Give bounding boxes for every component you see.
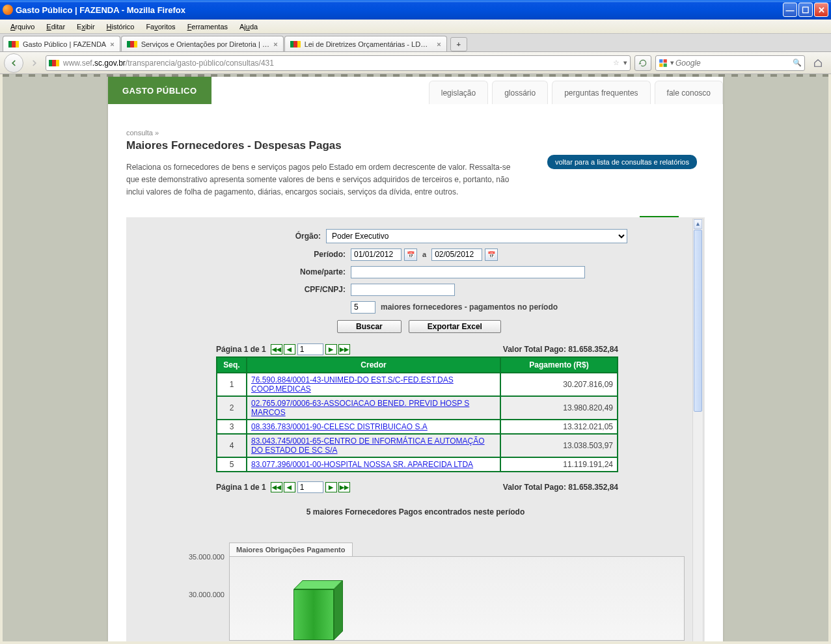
back-to-list-button[interactable]: voltar para a lista de consultas e relat… (547, 155, 697, 169)
credor-link[interactable]: 02.765.097/0006-63-ASSOCIACAO BENED. PRE… (251, 399, 469, 417)
panel-scrollbar[interactable]: ▲ ▼ (692, 219, 703, 641)
date-to-input[interactable] (431, 248, 482, 261)
chart-y-axis: 35.000.000 30.000.000 (179, 553, 225, 628)
menu-ferramentas[interactable]: Ferramentas (182, 21, 233, 32)
menu-historico[interactable]: Histórico (102, 21, 140, 32)
tab-close-icon[interactable]: × (273, 40, 277, 48)
cell-seq: 3 (217, 420, 247, 434)
exportar-excel-button[interactable]: Exportar Excel (409, 320, 501, 333)
search-box[interactable]: ▾ 🔍 (655, 55, 805, 71)
reload-button[interactable] (634, 55, 651, 71)
pager-last-button[interactable]: ▶▶ (338, 482, 350, 492)
tab-label: Lei de Diretrizes Orçamentárias - LDO | … (305, 40, 433, 48)
page-title: Maiores Fornecedores - Despesas Pagas (126, 139, 705, 152)
window-titlebar: Gasto Público | FAZENDA - Mozilla Firefo… (0, 0, 831, 20)
menu-arquivo[interactable]: AArquivorquivo (5, 21, 40, 32)
window-minimize-button[interactable]: — (783, 3, 797, 17)
menu-favoritos[interactable]: Favoritos (141, 21, 180, 32)
credor-link[interactable]: 08.336.783/0001-90-CELESC DISTRIBUICAO S… (251, 422, 428, 431)
svg-rect-0 (659, 59, 662, 62)
nav-fale-conosco[interactable]: fale conosco (655, 81, 723, 104)
browser-nav-toolbar: www.sef.sc.gov.br/transparencia/gasto-pú… (0, 52, 831, 74)
cpf-input[interactable] (351, 284, 455, 296)
pager-bottom: Página 1 de 1 ◀◀ ◀ ▶ ▶▶ Valor Total Pago… (216, 481, 618, 493)
cell-pagamento: 11.119.191,24 (500, 457, 618, 472)
url-text: www.sef.sc.gov.br/transparencia/gasto-pú… (63, 59, 610, 68)
scroll-thumb[interactable] (694, 230, 702, 412)
nav-legislacao[interactable]: legislação (429, 81, 488, 104)
y-tick-label: 35.000.000 (179, 553, 225, 591)
forward-button[interactable] (27, 56, 42, 70)
pager-prev-button[interactable]: ◀ (284, 482, 295, 492)
nav-perguntas[interactable]: perguntas frequentes (552, 81, 650, 104)
pager-next-button[interactable]: ▶ (325, 344, 337, 355)
results-table: Seq. Credor Pagamento (R$) 1 76.590.884/… (216, 356, 618, 472)
favicon-icon (127, 41, 137, 47)
th-pagamento: Pagamento (R$) (500, 357, 618, 373)
bookmark-star-icon[interactable]: ☆ (613, 59, 620, 67)
window-maximize-button[interactable]: ☐ (798, 3, 813, 17)
th-seq: Seq. (217, 357, 247, 373)
credor-link[interactable]: 76.590.884/0001-43-UNIMED-DO EST.S/C-FED… (251, 375, 454, 394)
pager-label: Página 1 de 1 (216, 345, 266, 354)
back-button[interactable] (4, 53, 23, 73)
period-separator: a (422, 250, 426, 258)
nav-glossario[interactable]: glossário (492, 81, 548, 104)
new-tab-button[interactable]: + (450, 37, 467, 51)
table-row: 2 02.765.097/0006-63-ASSOCIACAO BENED. P… (217, 396, 618, 420)
orgao-select[interactable]: Poder Executivo (326, 229, 627, 243)
pager-page-input[interactable] (297, 343, 323, 355)
table-row: 4 83.043.745/0001-65-CENTRO DE INFORMÁTI… (217, 434, 618, 457)
pager-first-button[interactable]: ◀◀ (271, 344, 282, 355)
cell-credor: 83.043.745/0001-65-CENTRO DE INFORMÁTICA… (247, 434, 500, 457)
browser-menubar: AArquivorquivo Editar Exibir Histórico F… (0, 20, 831, 34)
content-area: consulta » Maiores Fornecedores - Despes… (108, 104, 723, 641)
scroll-up-icon[interactable]: ▲ (694, 219, 702, 229)
browser-tab-1[interactable]: Gasto Público | FAZENDA × (3, 36, 120, 51)
calendar-from-button[interactable]: 📅 (404, 248, 417, 261)
breadcrumb: consulta » (126, 129, 705, 137)
tab-close-icon[interactable]: × (110, 40, 114, 48)
brand-tab[interactable]: GASTO PÚBLICO (108, 77, 211, 104)
table-row: 1 76.590.884/0001-43-UNIMED-DO EST.S/C-F… (217, 373, 618, 396)
window-close-button[interactable]: ✕ (814, 3, 828, 17)
nome-input[interactable] (351, 266, 585, 278)
google-icon (659, 59, 668, 68)
menu-editar[interactable]: Editar (41, 21, 70, 32)
pager-page-input[interactable] (297, 481, 323, 493)
cell-credor: 76.590.884/0001-43-UNIMED-DO EST.S/C-FED… (247, 373, 500, 396)
search-icon[interactable]: 🔍 (793, 59, 802, 67)
calendar-to-button[interactable]: 📅 (485, 248, 498, 261)
menu-exibir[interactable]: Exibir (72, 21, 100, 32)
home-button[interactable] (809, 54, 827, 72)
url-dropdown-icon[interactable]: ▾ (623, 59, 627, 67)
browser-tabstrip: Gasto Público | FAZENDA × Serviços e Ori… (0, 34, 831, 52)
cell-pagamento: 13.980.820,49 (500, 396, 618, 420)
pager-first-button[interactable]: ◀◀ (271, 482, 282, 492)
count-input[interactable] (351, 301, 375, 314)
buscar-button[interactable]: Buscar (337, 320, 402, 333)
arrow-left-icon (9, 59, 18, 68)
tab-close-icon[interactable]: × (437, 40, 441, 48)
cell-credor: 08.336.783/0001-90-CELESC DISTRIBUICAO S… (247, 420, 500, 434)
chart-canvas: 35.000.000 30.000.000 (229, 556, 685, 641)
menu-ajuda[interactable]: Ajuda (234, 21, 263, 32)
search-input[interactable] (675, 59, 793, 68)
pager-last-button[interactable]: ▶▶ (338, 344, 350, 355)
page-viewport: GASTO PÚBLICO legislação glossário pergu… (3, 74, 828, 641)
credor-link[interactable]: 83.077.396/0001-00-HOSPITAL NOSSA SR. AP… (251, 460, 473, 469)
table-row: 5 83.077.396/0001-00-HOSPITAL NOSSA SR. … (217, 457, 618, 472)
pager-next-button[interactable]: ▶ (325, 482, 337, 492)
url-bar[interactable]: www.sef.sc.gov.br/transparencia/gasto-pú… (46, 55, 631, 71)
chart-tab[interactable]: Maiores Obrigações Pagamento (229, 543, 353, 556)
cell-credor: 83.077.396/0001-00-HOSPITAL NOSSA SR. AP… (247, 457, 500, 472)
results-panel-wrap: Órgão: Poder Executivo Período: 📅 a 📅 (126, 217, 705, 641)
cell-seq: 4 (217, 434, 247, 457)
browser-tab-3[interactable]: Lei de Diretrizes Orçamentárias - LDO | … (284, 36, 447, 51)
credor-link[interactable]: 83.043.745/0001-65-CENTRO DE INFORMÁTICA… (251, 436, 485, 455)
browser-tab-2[interactable]: Serviços e Orientações por Diretoria | F… (121, 36, 284, 51)
cpf-label: CPF/CNPJ: (211, 285, 351, 294)
date-from-input[interactable] (351, 248, 402, 261)
pager-prev-button[interactable]: ◀ (284, 344, 295, 355)
page-description: Relaciona os fornecedores de bens e serv… (126, 161, 517, 199)
